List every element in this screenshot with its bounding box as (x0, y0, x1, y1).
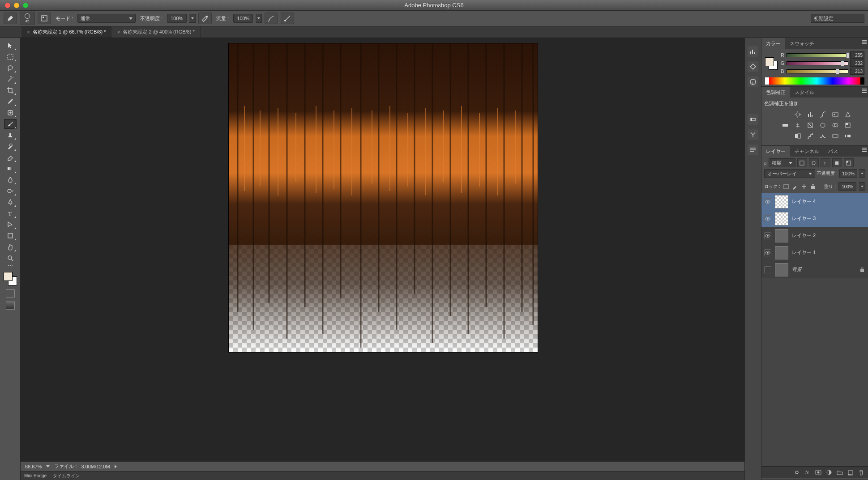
layer-row[interactable]: レイヤー 2 (761, 227, 868, 244)
screen-mode-toggle[interactable] (6, 302, 15, 310)
new-layer-icon[interactable] (847, 469, 854, 476)
channel-mixer-icon[interactable] (831, 121, 839, 129)
paths-tab[interactable]: パス (824, 146, 842, 157)
brush-panel-toggle[interactable] (38, 13, 51, 24)
color-balance-icon[interactable] (794, 121, 802, 129)
status-info-arrow-icon[interactable] (115, 465, 117, 468)
red-value[interactable]: 255 (850, 51, 864, 59)
type-tool[interactable]: T (4, 208, 17, 218)
color-panel-swatches[interactable] (765, 57, 778, 70)
layer-thumbnail[interactable] (775, 212, 788, 225)
layer-thumbnail[interactable] (775, 246, 788, 259)
layer-name[interactable]: レイヤー 4 (792, 198, 865, 205)
layer-row[interactable]: 背景 (761, 261, 868, 278)
styles-tab[interactable]: スタイル (790, 87, 819, 98)
layer-visibility-toggle[interactable] (764, 215, 771, 222)
photo-filter-icon[interactable] (819, 121, 827, 129)
layer-name[interactable]: レイヤー 2 (792, 232, 865, 239)
layer-row[interactable]: レイヤー 4 (761, 193, 868, 210)
paragraph-panel-icon[interactable] (748, 144, 758, 155)
levels-icon[interactable] (806, 110, 814, 119)
layer-visibility-toggle[interactable] (764, 232, 771, 239)
histogram-panel-icon[interactable] (748, 46, 758, 57)
document-canvas[interactable] (229, 43, 538, 352)
red-slider[interactable] (787, 53, 848, 57)
blue-slider[interactable] (787, 69, 848, 73)
fill-field[interactable]: 100% (838, 182, 856, 191)
opacity-dropdown[interactable] (189, 14, 196, 23)
brush-tool[interactable] (4, 119, 17, 129)
layer-thumbnail[interactable] (775, 195, 788, 208)
zoom-dropdown-icon[interactable] (46, 465, 50, 467)
vibrance-icon[interactable] (844, 110, 852, 119)
filter-type-icon[interactable]: T (821, 158, 830, 167)
layer-visibility-toggle[interactable] (764, 198, 771, 205)
hue-saturation-icon[interactable] (781, 121, 789, 129)
opacity-field[interactable]: 100% (167, 14, 187, 23)
blend-mode-select[interactable]: オーバーレイ (764, 169, 815, 178)
close-tab-icon[interactable]: × (27, 29, 30, 35)
lock-pixels-icon[interactable] (792, 183, 798, 190)
layer-name[interactable]: レイヤー 3 (792, 215, 865, 222)
path-selection-tool[interactable] (4, 220, 17, 229)
flow-dropdown[interactable] (256, 14, 262, 23)
fill-dropdown[interactable] (859, 182, 865, 191)
black-white-icon[interactable] (806, 121, 814, 129)
layer-visibility-toggle[interactable] (764, 249, 771, 256)
green-slider[interactable] (787, 61, 848, 65)
quick-mask-toggle[interactable] (6, 289, 15, 297)
channels-tab[interactable]: チャンネル (790, 146, 824, 157)
edit-toolbar-button[interactable] (4, 264, 17, 267)
gradient-tool[interactable] (4, 164, 17, 174)
document-tab-1[interactable]: ×名称未設定 1 @ 66.7% (RGB/8) * (21, 26, 111, 38)
panel-menu-icon[interactable] (859, 148, 867, 154)
hand-tool[interactable] (4, 242, 17, 252)
color-lookup-icon[interactable] (844, 121, 852, 129)
delete-layer-icon[interactable] (858, 469, 864, 476)
magic-wand-tool[interactable] (4, 74, 17, 84)
layer-thumbnail[interactable] (775, 263, 788, 276)
layer-row[interactable]: レイヤー 3 (761, 210, 868, 227)
layer-style-icon[interactable]: fx (804, 469, 811, 476)
layers-tab[interactable]: レイヤー (761, 146, 790, 157)
color-spectrum[interactable] (765, 77, 864, 85)
navigator-panel-icon[interactable] (748, 61, 758, 72)
eraser-tool[interactable] (4, 153, 17, 162)
layer-row[interactable]: レイヤー 1 (761, 244, 868, 261)
blur-tool[interactable] (4, 175, 17, 185)
lasso-tool[interactable] (4, 63, 17, 73)
pressure-opacity-toggle[interactable] (198, 13, 212, 24)
green-value[interactable]: 232 (850, 59, 864, 67)
airbrush-toggle[interactable] (265, 13, 278, 24)
filter-pixel-icon[interactable] (797, 158, 807, 167)
posterize-icon[interactable] (806, 132, 814, 140)
gradient-map-icon[interactable] (831, 132, 839, 140)
new-fill-adjustment-icon[interactable] (826, 469, 832, 476)
brush-size-picker[interactable]: 45 (20, 12, 35, 25)
flow-field[interactable]: 100% (233, 14, 253, 23)
pen-tool[interactable] (4, 197, 17, 207)
threshold-icon[interactable] (819, 132, 827, 140)
swatches-tab[interactable]: スウォッチ (785, 38, 819, 49)
layer-name[interactable]: レイヤー 1 (792, 249, 865, 256)
move-tool[interactable] (4, 41, 17, 51)
filter-smart-icon[interactable] (844, 158, 854, 167)
selective-color-icon[interactable] (844, 132, 852, 140)
character-panel-icon[interactable] (748, 129, 758, 140)
zoom-value[interactable]: 66.67% (25, 464, 42, 469)
adjustments-panel-icon[interactable] (748, 114, 758, 125)
shape-tool[interactable] (4, 231, 17, 241)
panel-menu-icon[interactable] (859, 40, 867, 46)
pressure-size-toggle[interactable] (281, 13, 294, 24)
color-swatches[interactable] (4, 272, 17, 285)
history-brush-tool[interactable] (4, 141, 17, 151)
mini-bridge-tab[interactable]: Mini Bridge (24, 473, 47, 478)
foreground-color-swatch[interactable] (4, 272, 13, 281)
layer-filter-select[interactable]: 種類 (769, 158, 795, 167)
panel-menu-icon[interactable] (859, 89, 867, 95)
link-layers-icon[interactable] (794, 469, 800, 476)
layer-visibility-toggle[interactable] (764, 266, 771, 273)
info-panel-icon[interactable]: i (748, 76, 758, 87)
tool-preset-button[interactable] (4, 13, 17, 24)
zoom-tool[interactable] (4, 253, 17, 263)
